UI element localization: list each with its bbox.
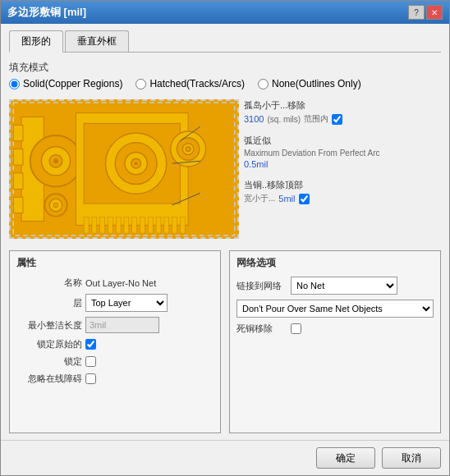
tab-vertical-frame[interactable]: 垂直外框 — [65, 30, 129, 52]
island-annotation: 孤岛小于...移除 3100 (sq. mils) 范围内 — [244, 99, 441, 125]
lock-checkbox[interactable] — [85, 356, 96, 367]
pour-select[interactable]: Don't Pour Over Same Net Objects — [236, 300, 434, 318]
lock-prim-label: 锁定原始的 — [16, 338, 82, 350]
arc-value: 0.5mil — [244, 159, 441, 169]
svg-rect-33 — [148, 217, 153, 234]
connect-select[interactable]: No Net — [291, 277, 397, 295]
min-length-row: 最小整洁长度 — [16, 317, 214, 333]
island-checkbox[interactable] — [332, 114, 342, 125]
fill-hatched-radio[interactable] — [135, 79, 146, 89]
svg-rect-26 — [92, 217, 97, 234]
fill-hatched-option[interactable]: Hatched(Tracks/Arcs) — [135, 78, 245, 89]
connect-row: 链接到网络 No Net — [236, 277, 434, 295]
fill-mode-section: 填充模式 Solid(Copper Regions) Hatched(Track… — [9, 61, 441, 94]
tab-bar: 图形的 垂直外框 — [9, 30, 441, 53]
svg-point-24 — [186, 147, 191, 152]
lock-label: 锁定 — [16, 355, 82, 368]
pour-row: Don't Pour Over Same Net Objects — [236, 300, 434, 318]
name-label: 名称 — [16, 277, 82, 289]
svg-rect-35 — [164, 217, 169, 234]
svg-rect-4 — [13, 149, 23, 166]
svg-rect-27 — [100, 217, 105, 234]
island-unit: (sq. mils) — [267, 115, 301, 124]
ignore-row: 忽略在线障碍 — [16, 373, 214, 385]
arc-annotation: 弧近似 Maximum Deviation From Perfect Arc 0… — [244, 135, 441, 169]
svg-point-20 — [135, 162, 138, 165]
fill-none-radio[interactable] — [258, 79, 269, 89]
fill-mode-label: 填充模式 — [9, 61, 441, 75]
min-length-input[interactable] — [85, 317, 159, 333]
svg-rect-25 — [84, 217, 89, 234]
pcb-area: 孤岛小于...移除 3100 (sq. mils) 范围内 弧近似 Maximu… — [9, 99, 441, 239]
svg-rect-5 — [13, 173, 23, 190]
tab-graphics[interactable]: 图形的 — [9, 30, 63, 53]
connect-label: 链接到网络 — [236, 280, 286, 292]
ignore-checkbox[interactable] — [85, 373, 96, 384]
fill-none-label: None(Outlines Only) — [272, 78, 361, 89]
fill-solid-radio[interactable] — [9, 79, 20, 89]
bottom-sections: 属性 名称 Out Layer-No Net 层 Top Layer 最小整洁长… — [9, 250, 441, 433]
content-area: 图形的 垂直外框 填充模式 Solid(Copper Regions) Hatc… — [1, 24, 449, 440]
copper-title: 当铜..移除顶部 — [244, 179, 441, 191]
min-length-label: 最小整洁长度 — [16, 319, 82, 332]
svg-rect-32 — [140, 217, 145, 234]
pcb-svg — [11, 101, 237, 237]
ignore-label: 忽略在线障碍 — [16, 373, 82, 385]
network-title: 网络选项 — [236, 256, 434, 270]
copper-checkbox[interactable] — [299, 194, 310, 204]
arc-desc: Maximum Deviation From Perfect Arc — [244, 149, 441, 158]
layer-select[interactable]: Top Layer — [85, 294, 168, 312]
fill-solid-label: Solid(Copper Regions) — [23, 78, 122, 89]
svg-rect-30 — [124, 217, 129, 234]
lock-prim-row: 锁定原始的 — [16, 338, 214, 350]
close-button[interactable]: ✕ — [426, 5, 443, 20]
pcb-preview — [9, 99, 239, 239]
island-title: 孤岛小于...移除 — [244, 99, 441, 112]
arc-title: 弧近似 — [244, 135, 441, 147]
svg-rect-34 — [156, 217, 161, 234]
fill-mode-options: Solid(Copper Regions) Hatched(Tracks/Arc… — [9, 78, 441, 89]
svg-rect-29 — [116, 217, 121, 234]
layer-label: 层 — [16, 297, 82, 309]
properties-title: 属性 — [16, 256, 214, 270]
copper-desc: 宽小于... — [244, 193, 275, 204]
title-bar: 多边形敷铜 [mil] ? ✕ — [1, 1, 449, 24]
help-button[interactable]: ? — [408, 5, 425, 20]
dead-copper-row: 死铜移除 — [236, 323, 434, 335]
properties-section: 属性 名称 Out Layer-No Net 层 Top Layer 最小整洁长… — [9, 250, 221, 433]
copper-annotation: 当铜..移除顶部 宽小于... 5mil — [244, 179, 441, 204]
network-section: 网络选项 链接到网络 No Net Don't Pour Over Same N… — [229, 250, 441, 433]
main-window: 多边形敷铜 [mil] ? ✕ 图形的 垂直外框 填充模式 Solid(Copp… — [0, 0, 450, 476]
dead-copper-label: 死铜移除 — [236, 323, 286, 335]
window-title: 多边形敷铜 [mil] — [7, 5, 86, 20]
title-bar-buttons: ? ✕ — [408, 5, 443, 20]
layer-row: 层 Top Layer — [16, 294, 214, 312]
svg-rect-6 — [13, 197, 23, 213]
svg-point-10 — [53, 158, 58, 163]
fill-hatched-label: Hatched(Tracks/Arcs) — [149, 78, 245, 89]
lock-prim-checkbox[interactable] — [85, 339, 96, 350]
svg-rect-31 — [132, 217, 137, 234]
copper-row: 宽小于... 5mil — [244, 193, 441, 204]
lock-row: 锁定 — [16, 355, 214, 368]
island-row: 3100 (sq. mils) 范围内 — [244, 113, 441, 125]
island-value: 3100 — [244, 114, 264, 124]
svg-point-13 — [53, 203, 58, 208]
fill-none-option[interactable]: None(Outlines Only) — [258, 78, 361, 89]
copper-value: 5mil — [278, 194, 295, 204]
cancel-button[interactable]: 取消 — [382, 447, 441, 469]
island-suffix: 范围内 — [304, 113, 328, 125]
fill-solid-option[interactable]: Solid(Copper Regions) — [9, 78, 122, 89]
name-value: Out Layer-No Net — [85, 278, 214, 288]
svg-rect-28 — [108, 217, 112, 234]
footer: 确定 取消 — [1, 440, 449, 475]
dead-copper-checkbox[interactable] — [291, 323, 301, 334]
annotations-panel: 孤岛小于...移除 3100 (sq. mils) 范围内 弧近似 Maximu… — [244, 99, 441, 239]
svg-rect-37 — [180, 217, 185, 234]
confirm-button[interactable]: 确定 — [316, 447, 375, 469]
svg-rect-36 — [172, 217, 177, 234]
name-row: 名称 Out Layer-No Net — [16, 277, 214, 289]
svg-rect-3 — [13, 125, 23, 141]
